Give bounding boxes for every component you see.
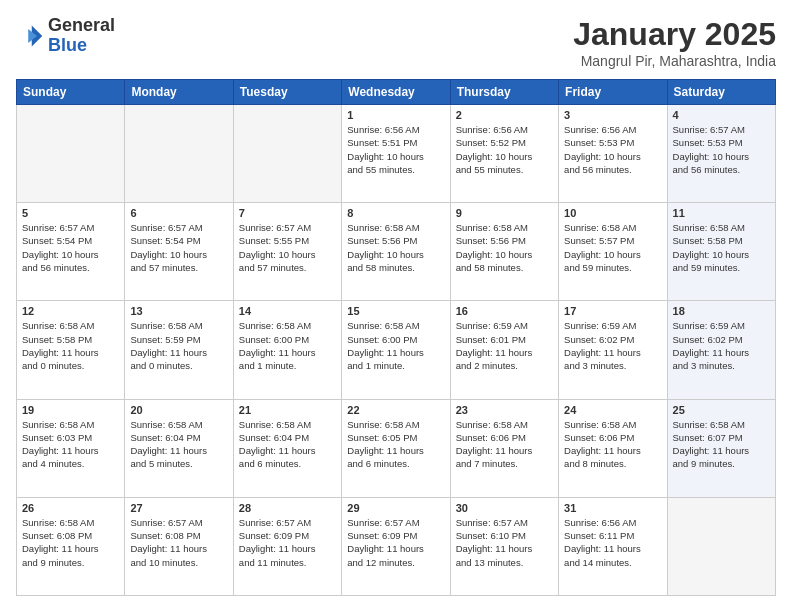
calendar-cell: 4Sunrise: 6:57 AM Sunset: 5:53 PM Daylig… (667, 105, 775, 203)
day-number: 1 (347, 109, 444, 121)
calendar-cell: 19Sunrise: 6:58 AM Sunset: 6:03 PM Dayli… (17, 399, 125, 497)
day-number: 13 (130, 305, 227, 317)
calendar-week-4: 19Sunrise: 6:58 AM Sunset: 6:03 PM Dayli… (17, 399, 776, 497)
calendar-week-2: 5Sunrise: 6:57 AM Sunset: 5:54 PM Daylig… (17, 203, 776, 301)
calendar-cell: 29Sunrise: 6:57 AM Sunset: 6:09 PM Dayli… (342, 497, 450, 595)
calendar-cell: 25Sunrise: 6:58 AM Sunset: 6:07 PM Dayli… (667, 399, 775, 497)
day-number: 14 (239, 305, 336, 317)
calendar-cell: 28Sunrise: 6:57 AM Sunset: 6:09 PM Dayli… (233, 497, 341, 595)
logo-general: General (48, 15, 115, 35)
weekday-header-thursday: Thursday (450, 80, 558, 105)
day-info: Sunrise: 6:56 AM Sunset: 6:11 PM Dayligh… (564, 516, 661, 569)
day-info: Sunrise: 6:58 AM Sunset: 6:08 PM Dayligh… (22, 516, 119, 569)
calendar-cell: 2Sunrise: 6:56 AM Sunset: 5:52 PM Daylig… (450, 105, 558, 203)
day-info: Sunrise: 6:58 AM Sunset: 6:04 PM Dayligh… (130, 418, 227, 471)
day-info: Sunrise: 6:57 AM Sunset: 6:08 PM Dayligh… (130, 516, 227, 569)
weekday-header-sunday: Sunday (17, 80, 125, 105)
day-number: 25 (673, 404, 770, 416)
calendar-cell: 15Sunrise: 6:58 AM Sunset: 6:00 PM Dayli… (342, 301, 450, 399)
day-info: Sunrise: 6:58 AM Sunset: 6:07 PM Dayligh… (673, 418, 770, 471)
weekday-header-saturday: Saturday (667, 80, 775, 105)
day-info: Sunrise: 6:58 AM Sunset: 6:03 PM Dayligh… (22, 418, 119, 471)
calendar-cell: 12Sunrise: 6:58 AM Sunset: 5:58 PM Dayli… (17, 301, 125, 399)
calendar-cell (125, 105, 233, 203)
calendar-cell: 3Sunrise: 6:56 AM Sunset: 5:53 PM Daylig… (559, 105, 667, 203)
calendar-cell: 31Sunrise: 6:56 AM Sunset: 6:11 PM Dayli… (559, 497, 667, 595)
day-number: 6 (130, 207, 227, 219)
day-info: Sunrise: 6:58 AM Sunset: 6:06 PM Dayligh… (564, 418, 661, 471)
day-number: 26 (22, 502, 119, 514)
calendar-cell: 1Sunrise: 6:56 AM Sunset: 5:51 PM Daylig… (342, 105, 450, 203)
calendar-cell: 10Sunrise: 6:58 AM Sunset: 5:57 PM Dayli… (559, 203, 667, 301)
title-block: January 2025 Mangrul Pir, Maharashtra, I… (573, 16, 776, 69)
month-title: January 2025 (573, 16, 776, 53)
weekday-header-wednesday: Wednesday (342, 80, 450, 105)
calendar-cell: 16Sunrise: 6:59 AM Sunset: 6:01 PM Dayli… (450, 301, 558, 399)
day-number: 18 (673, 305, 770, 317)
calendar-cell: 23Sunrise: 6:58 AM Sunset: 6:06 PM Dayli… (450, 399, 558, 497)
day-number: 7 (239, 207, 336, 219)
day-number: 15 (347, 305, 444, 317)
day-info: Sunrise: 6:57 AM Sunset: 6:09 PM Dayligh… (347, 516, 444, 569)
calendar-cell: 30Sunrise: 6:57 AM Sunset: 6:10 PM Dayli… (450, 497, 558, 595)
day-info: Sunrise: 6:59 AM Sunset: 6:02 PM Dayligh… (564, 319, 661, 372)
day-info: Sunrise: 6:59 AM Sunset: 6:02 PM Dayligh… (673, 319, 770, 372)
day-number: 5 (22, 207, 119, 219)
day-number: 11 (673, 207, 770, 219)
calendar-cell: 6Sunrise: 6:57 AM Sunset: 5:54 PM Daylig… (125, 203, 233, 301)
calendar-cell: 8Sunrise: 6:58 AM Sunset: 5:56 PM Daylig… (342, 203, 450, 301)
day-number: 31 (564, 502, 661, 514)
calendar-table: SundayMondayTuesdayWednesdayThursdayFrid… (16, 79, 776, 596)
day-number: 4 (673, 109, 770, 121)
calendar-cell (667, 497, 775, 595)
day-info: Sunrise: 6:57 AM Sunset: 6:09 PM Dayligh… (239, 516, 336, 569)
day-info: Sunrise: 6:59 AM Sunset: 6:01 PM Dayligh… (456, 319, 553, 372)
calendar-week-5: 26Sunrise: 6:58 AM Sunset: 6:08 PM Dayli… (17, 497, 776, 595)
logo: General Blue (16, 16, 115, 56)
day-number: 23 (456, 404, 553, 416)
day-info: Sunrise: 6:58 AM Sunset: 6:04 PM Dayligh… (239, 418, 336, 471)
calendar-cell: 17Sunrise: 6:59 AM Sunset: 6:02 PM Dayli… (559, 301, 667, 399)
calendar-cell (17, 105, 125, 203)
day-number: 22 (347, 404, 444, 416)
day-number: 24 (564, 404, 661, 416)
day-number: 9 (456, 207, 553, 219)
day-info: Sunrise: 6:57 AM Sunset: 5:54 PM Dayligh… (22, 221, 119, 274)
logo-blue: Blue (48, 35, 87, 55)
day-info: Sunrise: 6:58 AM Sunset: 5:58 PM Dayligh… (22, 319, 119, 372)
calendar-cell: 24Sunrise: 6:58 AM Sunset: 6:06 PM Dayli… (559, 399, 667, 497)
day-info: Sunrise: 6:58 AM Sunset: 5:56 PM Dayligh… (456, 221, 553, 274)
calendar-cell: 21Sunrise: 6:58 AM Sunset: 6:04 PM Dayli… (233, 399, 341, 497)
day-number: 17 (564, 305, 661, 317)
calendar-cell: 22Sunrise: 6:58 AM Sunset: 6:05 PM Dayli… (342, 399, 450, 497)
calendar-cell: 7Sunrise: 6:57 AM Sunset: 5:55 PM Daylig… (233, 203, 341, 301)
day-number: 2 (456, 109, 553, 121)
day-number: 29 (347, 502, 444, 514)
day-info: Sunrise: 6:58 AM Sunset: 5:56 PM Dayligh… (347, 221, 444, 274)
day-number: 16 (456, 305, 553, 317)
calendar-cell: 13Sunrise: 6:58 AM Sunset: 5:59 PM Dayli… (125, 301, 233, 399)
logo-icon (16, 22, 44, 50)
day-info: Sunrise: 6:58 AM Sunset: 5:57 PM Dayligh… (564, 221, 661, 274)
day-number: 12 (22, 305, 119, 317)
day-info: Sunrise: 6:57 AM Sunset: 5:54 PM Dayligh… (130, 221, 227, 274)
day-number: 20 (130, 404, 227, 416)
weekday-header-row: SundayMondayTuesdayWednesdayThursdayFrid… (17, 80, 776, 105)
calendar-cell: 11Sunrise: 6:58 AM Sunset: 5:58 PM Dayli… (667, 203, 775, 301)
weekday-header-monday: Monday (125, 80, 233, 105)
calendar-cell: 5Sunrise: 6:57 AM Sunset: 5:54 PM Daylig… (17, 203, 125, 301)
weekday-header-friday: Friday (559, 80, 667, 105)
day-number: 8 (347, 207, 444, 219)
day-info: Sunrise: 6:57 AM Sunset: 6:10 PM Dayligh… (456, 516, 553, 569)
day-number: 28 (239, 502, 336, 514)
logo-text: General Blue (48, 16, 115, 56)
day-info: Sunrise: 6:58 AM Sunset: 6:00 PM Dayligh… (347, 319, 444, 372)
day-info: Sunrise: 6:58 AM Sunset: 6:06 PM Dayligh… (456, 418, 553, 471)
calendar-week-3: 12Sunrise: 6:58 AM Sunset: 5:58 PM Dayli… (17, 301, 776, 399)
day-number: 21 (239, 404, 336, 416)
day-info: Sunrise: 6:58 AM Sunset: 5:59 PM Dayligh… (130, 319, 227, 372)
calendar-cell: 9Sunrise: 6:58 AM Sunset: 5:56 PM Daylig… (450, 203, 558, 301)
day-info: Sunrise: 6:56 AM Sunset: 5:52 PM Dayligh… (456, 123, 553, 176)
calendar-cell: 27Sunrise: 6:57 AM Sunset: 6:08 PM Dayli… (125, 497, 233, 595)
day-number: 3 (564, 109, 661, 121)
